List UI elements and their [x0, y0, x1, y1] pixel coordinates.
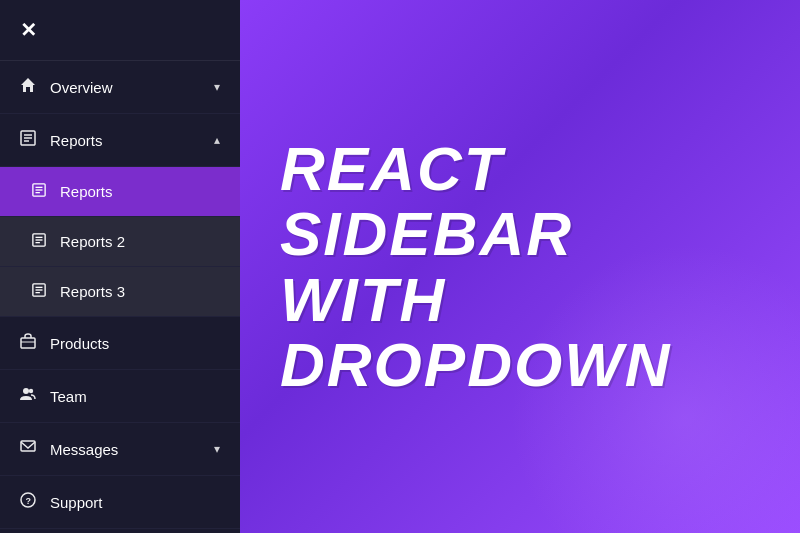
- overview-arrow: ▾: [214, 80, 220, 94]
- sidebar-item-messages[interactable]: Messages ▾: [0, 423, 240, 476]
- heading-line2: WITH: [280, 265, 446, 334]
- sidebar-item-reports[interactable]: Reports ▴: [0, 114, 240, 167]
- heading-line1: REACT SIDEBAR: [280, 134, 573, 268]
- reports-arrow: ▴: [214, 133, 220, 147]
- team-label: Team: [50, 388, 220, 405]
- main-heading: REACT SIDEBAR WITH DROPDOWN: [280, 136, 760, 396]
- heading-line3: DROPDOWN: [280, 330, 671, 399]
- sidebar-header: ✕: [0, 0, 240, 61]
- close-icon[interactable]: ✕: [20, 18, 37, 42]
- sidebar-nav: Overview ▾ Reports ▴: [0, 61, 240, 533]
- svg-point-20: [29, 389, 33, 393]
- reports-icon: [20, 130, 36, 150]
- support-icon: ?: [20, 492, 36, 512]
- messages-icon: [20, 439, 36, 459]
- messages-label: Messages: [50, 441, 214, 458]
- main-content: REACT SIDEBAR WITH DROPDOWN: [240, 0, 800, 533]
- overview-label: Overview: [50, 79, 214, 96]
- sidebar-item-support[interactable]: ? Support: [0, 476, 240, 529]
- reports-dropdown: Reports Reports 2: [0, 167, 240, 317]
- svg-text:?: ?: [26, 496, 32, 506]
- reports-2-label: Reports 2: [60, 233, 125, 250]
- reports3-icon: [32, 283, 46, 300]
- svg-rect-17: [21, 338, 35, 348]
- sidebar-item-team[interactable]: Team: [0, 370, 240, 423]
- sidebar-item-reports-1[interactable]: Reports: [0, 167, 240, 217]
- sidebar-item-reports-2[interactable]: Reports 2: [0, 217, 240, 267]
- products-label: Products: [50, 335, 220, 352]
- sidebar-item-products[interactable]: Products: [0, 317, 240, 370]
- sidebar-item-overview[interactable]: Overview ▾: [0, 61, 240, 114]
- svg-point-19: [23, 388, 29, 394]
- messages-arrow: ▾: [214, 442, 220, 456]
- team-icon: [20, 386, 36, 406]
- home-icon: [20, 77, 36, 97]
- reports-3-label: Reports 3: [60, 283, 125, 300]
- reports2-icon: [32, 233, 46, 250]
- support-label: Support: [50, 494, 220, 511]
- sidebar-item-reports-3[interactable]: Reports 3: [0, 267, 240, 317]
- svg-rect-21: [21, 441, 35, 451]
- products-icon: [20, 333, 36, 353]
- reports-parent-label: Reports: [50, 132, 214, 149]
- svg-marker-0: [21, 78, 35, 92]
- reports-1-label: Reports: [60, 183, 113, 200]
- reports1-icon: [32, 183, 46, 200]
- sidebar: ✕ Overview ▾ Reports ▴: [0, 0, 240, 533]
